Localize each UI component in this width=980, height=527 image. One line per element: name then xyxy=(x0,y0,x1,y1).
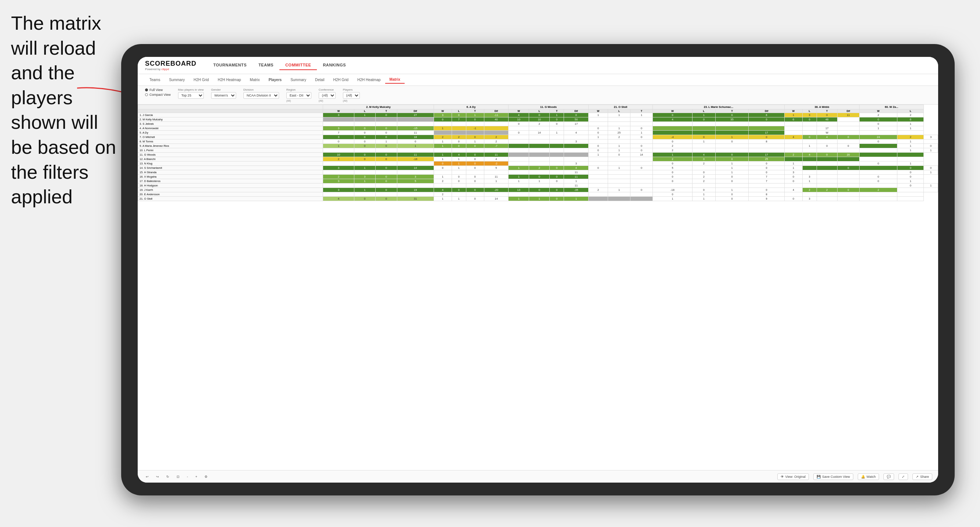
row-label-2: 2. M Kelly Mulcahy xyxy=(138,117,323,122)
sub-nav-summary[interactable]: Summary xyxy=(164,76,189,83)
gender-select[interactable]: Women's xyxy=(211,92,236,99)
conference-select[interactable]: (All) xyxy=(319,92,336,99)
cell: 0 xyxy=(692,170,715,175)
sub-nav-h2hheatmap[interactable]: H2H Heatmap xyxy=(213,76,245,83)
settings-btn[interactable]: ⚙ xyxy=(202,474,210,479)
cell: 11 xyxy=(484,153,509,157)
cell xyxy=(802,192,817,197)
cell: 0 xyxy=(924,166,938,170)
cell: 5 xyxy=(397,179,434,184)
division-select[interactable]: NCAA Division II xyxy=(243,92,279,99)
cell: 4 xyxy=(564,131,589,135)
cell xyxy=(484,184,509,188)
compact-view-option[interactable]: Compact View xyxy=(145,93,171,97)
sub-nav-detail[interactable]: Detail xyxy=(311,76,329,83)
sub-nav-teams[interactable]: Teams xyxy=(145,76,164,83)
nav-rankings[interactable]: RANKINGS xyxy=(317,60,352,70)
zoom-out-btn[interactable]: - xyxy=(185,474,190,479)
cell xyxy=(630,192,653,197)
cell: 50 xyxy=(564,117,589,122)
nav-teams[interactable]: TEAMS xyxy=(253,60,279,70)
cell: 0 xyxy=(749,166,785,170)
sub-nav-matrix2[interactable]: Matrix xyxy=(385,76,405,84)
save-custom-btn[interactable]: 💾 Save Custom View xyxy=(813,473,853,480)
share-btn[interactable]: ↗ Share xyxy=(912,473,932,480)
wlt-l5: L xyxy=(692,110,715,113)
cell: 14 xyxy=(484,197,509,201)
cell: 1 xyxy=(784,113,802,117)
wlt-l3: L xyxy=(529,110,550,113)
cell xyxy=(354,122,375,126)
expand-btn[interactable]: ⤢ xyxy=(899,473,908,480)
wlt-t4: T xyxy=(630,110,653,113)
table-row: 9. A Maria Jimenez Rios 1 0 0 1 1 0 0 -7 xyxy=(138,144,938,148)
nav-tournaments[interactable]: TOURNAMENTS xyxy=(207,60,253,70)
sub-nav-h2hheatmap2[interactable]: H2H Heatmap xyxy=(353,76,385,83)
redo-btn[interactable]: ↪ xyxy=(154,474,161,479)
cell: 13 xyxy=(509,188,529,192)
cell xyxy=(509,184,529,188)
cell: 0 xyxy=(529,175,550,179)
compact-view-radio[interactable] xyxy=(145,93,148,96)
cell xyxy=(608,192,630,197)
cell: 1 xyxy=(509,179,529,184)
sub-nav-matrix[interactable]: Matrix xyxy=(245,76,264,83)
cell: 0 xyxy=(452,188,466,192)
matrix-content[interactable]: 2. M Kelly Mulcahy 6. A Dy 11. G Woods 2… xyxy=(138,105,938,470)
cell xyxy=(859,170,897,175)
cell: 0 xyxy=(550,175,564,179)
refresh-btn[interactable]: ↻ xyxy=(164,474,172,479)
cell xyxy=(692,122,715,126)
cell: 0 xyxy=(354,144,375,148)
wlt-t3: T xyxy=(550,110,564,113)
cell xyxy=(564,148,589,153)
cell xyxy=(509,126,529,131)
cell xyxy=(397,192,434,197)
cell xyxy=(837,162,859,166)
cell: 2 xyxy=(323,175,354,179)
sub-nav-summary2[interactable]: Summary xyxy=(286,76,311,83)
full-view-option[interactable]: Full View xyxy=(145,88,171,92)
cell: 2 xyxy=(653,148,692,153)
wlt-w1: W xyxy=(323,110,354,113)
cell: 0 xyxy=(859,122,897,126)
sub-nav-h2hgrid[interactable]: H2H Grid xyxy=(189,76,213,83)
cell: 24 xyxy=(859,135,897,140)
zoom-fit-btn[interactable]: ⊡ xyxy=(174,474,182,479)
cell: 14 xyxy=(529,131,550,135)
comment-btn[interactable]: 💬 xyxy=(883,473,894,480)
full-view-radio[interactable] xyxy=(145,89,148,91)
cell: 0 xyxy=(817,113,837,117)
nav-committee[interactable]: COMMITTEE xyxy=(279,60,317,70)
cell: 0 xyxy=(749,135,785,140)
cell xyxy=(529,126,550,131)
table-row: 2. M Kelly Mulcahy 0 7 0 40 10 10 0 50 xyxy=(138,117,938,122)
zoom-in-btn[interactable]: + xyxy=(193,474,199,479)
view-original-btn[interactable]: 👁 View: Original xyxy=(777,473,809,480)
table-row: 5. A Dy 7 0 0 11 0 14 1 4 0 xyxy=(138,131,938,135)
undo-btn[interactable]: ↩ xyxy=(143,474,151,479)
watch-btn[interactable]: 🔔 Watch xyxy=(858,473,879,480)
cell xyxy=(564,153,589,157)
cell xyxy=(509,153,529,157)
cell xyxy=(397,148,434,153)
cell: 1 xyxy=(608,126,630,131)
table-row: 11. G Woods 10 0 0 11 1 4 0 11 1 xyxy=(138,153,938,157)
share-label: Share xyxy=(920,475,929,479)
cell: 7 xyxy=(749,175,785,179)
cell xyxy=(817,170,837,175)
cell: 0 xyxy=(715,113,749,117)
cell xyxy=(323,148,354,153)
cell: 0 xyxy=(434,162,452,166)
cell: 0 xyxy=(529,113,550,117)
players-select[interactable]: (All) xyxy=(343,92,360,99)
cell: 1 xyxy=(434,157,452,162)
cell xyxy=(692,131,715,135)
sub-nav-players[interactable]: Players xyxy=(264,76,286,83)
region-select[interactable]: East - DII xyxy=(286,92,311,99)
cell: 10 xyxy=(529,117,550,122)
cell: 4 xyxy=(564,166,589,170)
max-players-select[interactable]: Top 25 xyxy=(178,92,204,99)
cell: 3 xyxy=(802,113,817,117)
sub-nav-h2hgrid2[interactable]: H2H Grid xyxy=(329,76,353,83)
